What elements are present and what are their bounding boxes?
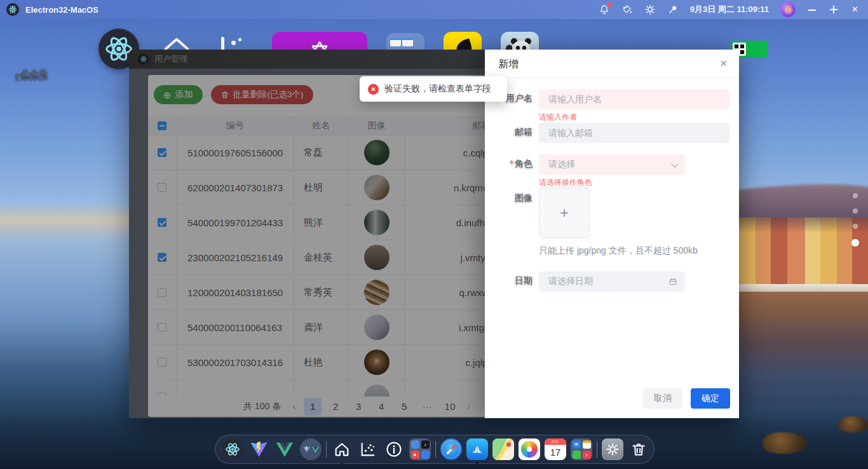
dock-photos-icon[interactable] <box>519 438 540 460</box>
dock-maps-icon[interactable] <box>492 438 514 460</box>
pin-mini-icon: ● <box>411 451 419 459</box>
chat-mini-icon <box>573 451 581 459</box>
desktop-page-indicator[interactable] <box>851 193 859 247</box>
role-select[interactable]: 请选择 <box>539 154 685 175</box>
calendar-day: 17 <box>545 445 566 459</box>
page-dot[interactable] <box>853 193 858 198</box>
notes-mini-icon <box>583 440 591 449</box>
desktop-screen: Electron32-MacOS 9月3日 周二 11:09:11 Electr… <box>0 0 868 469</box>
image-upload-button[interactable]: + <box>539 187 590 238</box>
wallpaper-rock <box>839 416 868 433</box>
dock-separator <box>326 441 327 458</box>
screen-mini-icon <box>411 440 419 449</box>
notification-badge <box>607 3 611 7</box>
date-placeholder: 请选择日期 <box>548 276 593 287</box>
dock-vue-icon[interactable] <box>274 438 295 460</box>
compass-mini-icon <box>421 451 430 459</box>
email-field[interactable] <box>539 123 729 143</box>
chevron-down-icon <box>671 160 678 167</box>
date-picker[interactable]: 请选择日期 <box>539 271 685 292</box>
toast-message: 验证失败，请检查表单字段 <box>384 83 491 95</box>
minimize-button[interactable] <box>807 4 817 15</box>
error-toast: ✕ 验证失败，请检查表单字段 <box>360 76 507 102</box>
dock-separator <box>597 441 597 458</box>
table-mini-icon <box>390 38 401 46</box>
settings-gear-icon[interactable] <box>644 4 656 15</box>
username-field[interactable] <box>539 89 729 109</box>
system-title: Electron32-MacOS <box>25 5 98 15</box>
clock: 9月3日 周二 11:09:11 <box>690 4 769 15</box>
calendar-icon <box>668 277 677 286</box>
drawer-header: 新增 ✕ <box>485 50 739 78</box>
page-dot[interactable] <box>853 208 858 214</box>
wallpaper-buildings <box>739 217 868 289</box>
mail-mini-icon: ✉ <box>573 440 581 449</box>
dock-safari-icon[interactable] <box>440 438 462 460</box>
email-label: 邮箱 <box>485 126 532 138</box>
music-mini-icon: ♪ <box>421 440 430 449</box>
close-icon[interactable]: ✕ <box>719 58 728 69</box>
role-label: *角色 <box>485 158 532 170</box>
upload-hint: 只能上传 jpg/png 文件，且不超过 500kb <box>539 245 698 257</box>
dock-media-group-icon[interactable]: ✉ ♪ <box>571 438 592 460</box>
pin-icon[interactable] <box>667 4 679 15</box>
role-placeholder: 请选择 <box>548 159 575 170</box>
page-dot[interactable] <box>853 224 858 229</box>
dock-settings-icon[interactable] <box>602 438 623 460</box>
dock-apps-group-icon[interactable]: ♪ ● <box>409 438 431 460</box>
drawer-title: 新增 <box>498 58 519 71</box>
dock-appstore-icon[interactable] <box>466 438 488 460</box>
plus-icon: + <box>560 204 569 222</box>
desktop-icon-qr-label: 公众号 <box>0 68 48 79</box>
dock-dev-group-icon[interactable] <box>300 438 322 460</box>
page-dot-active[interactable] <box>851 239 859 247</box>
dock: ♪ ● JUL 17 ✉ ♪ <box>215 435 654 464</box>
menu-bar: Electron32-MacOS 9月3日 周二 11:09:11 <box>0 0 868 19</box>
dock-info-icon[interactable] <box>383 438 405 460</box>
dock-home-icon[interactable] <box>331 438 353 460</box>
dock-vite-icon[interactable] <box>248 438 269 460</box>
image-label: 图像 <box>485 193 532 204</box>
cancel-button[interactable]: 取消 <box>643 388 682 409</box>
calendar-month: JUL <box>545 438 566 445</box>
theme-fill-icon[interactable] <box>621 4 633 15</box>
date-label: 日期 <box>485 275 532 287</box>
dock-trash-icon[interactable] <box>628 438 649 460</box>
wallpaper-rock <box>763 432 807 454</box>
close-button[interactable] <box>850 4 860 15</box>
user-avatar[interactable] <box>780 2 796 17</box>
electron-logo-icon <box>6 3 19 16</box>
table-mini-icon <box>402 38 413 46</box>
add-user-drawer: 新增 ✕ 用户名 请输入作者 邮箱 *角色 请选择 请选择操作角色 图像 + 只… <box>485 50 739 418</box>
bell-icon[interactable] <box>599 4 610 15</box>
music-mini-icon: ♪ <box>583 451 591 459</box>
confirm-button[interactable]: 确定 <box>691 388 730 409</box>
dock-electron-icon[interactable] <box>222 438 243 460</box>
error-icon: ✕ <box>368 84 379 95</box>
maximize-button[interactable] <box>829 4 839 15</box>
required-mark: * <box>510 158 513 168</box>
username-error: 请输入作者 <box>539 112 577 123</box>
dock-calendar-icon[interactable]: JUL 17 <box>545 438 566 460</box>
dock-chart-icon[interactable] <box>357 438 379 460</box>
role-error: 请选择操作角色 <box>539 177 592 188</box>
dock-separator <box>435 441 436 458</box>
